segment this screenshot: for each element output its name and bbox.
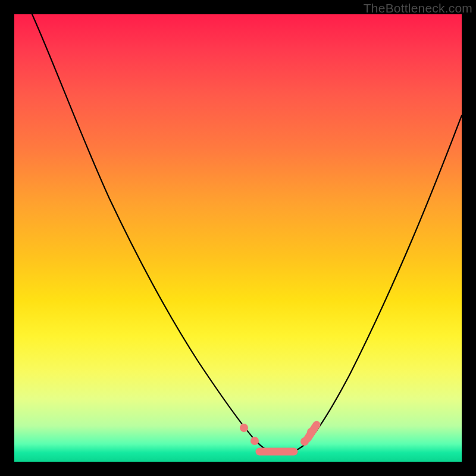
- marker-dot: [250, 437, 259, 445]
- marker-dot: [300, 437, 309, 446]
- marker-dot: [307, 428, 315, 436]
- plot-area: [14, 14, 462, 462]
- curve-right-arm: [281, 115, 462, 453]
- bottleneck-curve: [14, 14, 462, 462]
- curve-left-arm: [32, 14, 276, 453]
- chart-frame: TheBottleneck.com: [0, 0, 476, 476]
- marker-dot: [240, 424, 248, 432]
- watermark-text: TheBottleneck.com: [364, 1, 472, 15]
